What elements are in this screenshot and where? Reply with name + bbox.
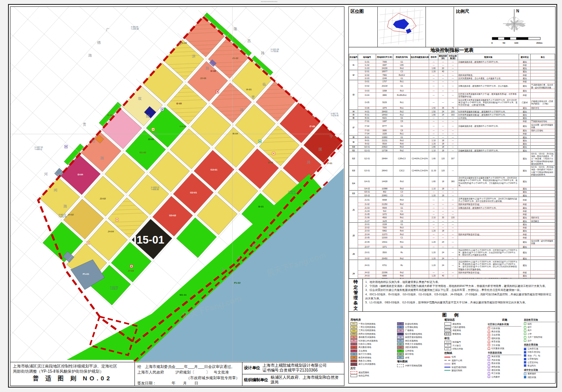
- table-cell: —: [438, 219, 448, 223]
- table-cell: 规划: [519, 116, 531, 120]
- table-cell: [410, 142, 429, 145]
- table-cell: J2-04: [358, 233, 376, 236]
- table-cell: J1-05: [358, 213, 376, 216]
- municipal-facility-icon: [488, 359, 490, 361]
- table-cell: —: [448, 80, 458, 83]
- table-cell: —: [448, 197, 458, 203]
- table-column-header: 住宅总套数(套): [448, 54, 458, 60]
- table-cell: [458, 106, 519, 110]
- table-cell: [410, 245, 429, 248]
- table-cell: 规划: [519, 260, 531, 271]
- legend-item-label: 九年一贯制学校: [527, 336, 542, 339]
- supplementary-swatch: [397, 364, 404, 368]
- legend-item: 幼托: [524, 322, 559, 325]
- table-cell: —: [429, 236, 438, 239]
- table-cell: [410, 190, 429, 193]
- legend-education-traffic: 基础教育设施幼托初中高中小学九年一贯制学校完中道路交通设施公共停车场出租车营业站…: [524, 317, 559, 379]
- table-cell: 40: [438, 70, 448, 73]
- table-cell: 1.20: [429, 239, 438, 245]
- table-cell: —: [429, 63, 438, 67]
- table-cell: I12-01、I13-01、J5-01地块统一绿色建设工程设计方案下可整体控制地…: [530, 165, 555, 176]
- table-cell: J1-03: [358, 206, 376, 209]
- education-facility-icon: [524, 339, 526, 342]
- table-cell: J2-03: [358, 229, 376, 232]
- legend-item-label: 幼托: [527, 323, 532, 325]
- table-cell: I9-02: [358, 142, 376, 145]
- legend-item-label: 公交枢纽站: [527, 357, 538, 360]
- block-number-cell: I9: [349, 139, 358, 146]
- legend-item-label: 大桥管理用地范围: [405, 364, 422, 367]
- table-cell: —: [438, 132, 448, 135]
- table-cell: 7065: [376, 60, 393, 63]
- approval-block: 经 上海市规划委员会____年___月___日会议审议通过。 上海市人民政府 沪…: [135, 362, 242, 386]
- table-cell: I9-01: [358, 139, 376, 142]
- design-unit-cert: 证书编号:自资规甲字21310366: [263, 368, 318, 372]
- table-column-header: 用地性质代码: [393, 54, 410, 60]
- table-cell: 24: [438, 260, 448, 271]
- parcel-label: W1-01: [179, 294, 187, 296]
- scale-tick-50: 50: [503, 42, 505, 44]
- table-cell: [410, 129, 429, 132]
- table-cell: 1.20: [429, 257, 438, 260]
- legend-item: 行政设施: [488, 327, 521, 330]
- table-cell: 沿杨树浦路后退，建筑面积不小于100平方米。: [458, 149, 519, 152]
- table-cell: 1.20: [429, 194, 438, 197]
- table-cell: [410, 139, 429, 142]
- table-cell: 保留: [519, 80, 531, 83]
- table-cell: 综合设置文体养老等服务设施建筑不小于1000平方米，其中含社区食堂1处不小于40…: [458, 98, 519, 107]
- table-cell: J3-01: [358, 248, 376, 257]
- table-cell: 1.10: [429, 139, 438, 142]
- table-cell: —: [448, 63, 458, 67]
- table-cell: —: [429, 190, 438, 193]
- table-cell: [530, 194, 555, 197]
- table-cell: J2-07: [358, 245, 376, 248]
- table-cell: —: [429, 83, 438, 89]
- table-cell: C3: [393, 194, 410, 197]
- legend-item-label: 四类住宅组团用地: [358, 333, 375, 335]
- table-cell: [410, 77, 429, 80]
- table-cell: C65: [393, 63, 410, 67]
- table-cell: —: [429, 136, 438, 139]
- table-cell: [530, 136, 555, 139]
- table-cell: 1.50: [429, 106, 438, 110]
- table-row: I2I2-0118977C31.2040—规划: [349, 70, 555, 73]
- table-cell: 12000: [376, 236, 393, 239]
- table-cell: Rc: [393, 260, 410, 271]
- table-row: I8I8-0110860G1———规划: [349, 136, 555, 139]
- table-cell: 11.30: [429, 165, 438, 176]
- table-cell: [530, 226, 555, 229]
- table-cell: —: [448, 132, 458, 135]
- table-cell: 1.80: [429, 113, 438, 116]
- table-cell: —: [429, 197, 438, 203]
- table-cell: —: [438, 226, 448, 229]
- table-cell: 13738: [376, 149, 393, 152]
- table-row: J4J4-016701Rc1.2024—含日间照料中心1处不小于200平方米；社…: [349, 260, 555, 271]
- table-cell: —: [438, 136, 448, 139]
- table-cell: 保留: [519, 63, 531, 67]
- table-cell: [410, 60, 429, 63]
- legend-item-label: 公交场站用地: [405, 326, 418, 329]
- table-cell: Rc1: [393, 98, 410, 107]
- legend-item: 规划范围线: [350, 371, 395, 374]
- table-cell: [530, 223, 555, 226]
- community-facility-icon: [488, 331, 490, 333]
- education-facility-icon: [524, 323, 526, 325]
- table-cell: 保留: [519, 236, 531, 239]
- legend-item-label: 污水设施: [491, 359, 500, 362]
- table-cell: [458, 245, 519, 248]
- legend-item-label: 文化设施: [491, 333, 500, 336]
- table-cell: [458, 136, 519, 139]
- legend-item-label: 客运码头: [527, 364, 536, 367]
- table-cell: 24: [438, 110, 448, 113]
- legend-item: 福利设施: [488, 337, 521, 340]
- legend-item: 雨水设施: [488, 362, 521, 365]
- table-cell: 24: [438, 257, 448, 260]
- plan-title-line2: 局部街坊调整（YP-15-Ⅱ等风貌保护街坊保护规划）: [13, 369, 132, 374]
- table-cell: 规划: [519, 70, 531, 73]
- table-cell: 规划: [519, 113, 531, 116]
- table-cell: [410, 73, 429, 77]
- block-number-cell: I6: [349, 116, 358, 120]
- table-cell: [410, 203, 429, 206]
- table-cell: [530, 233, 555, 236]
- table-cell: —: [429, 223, 438, 226]
